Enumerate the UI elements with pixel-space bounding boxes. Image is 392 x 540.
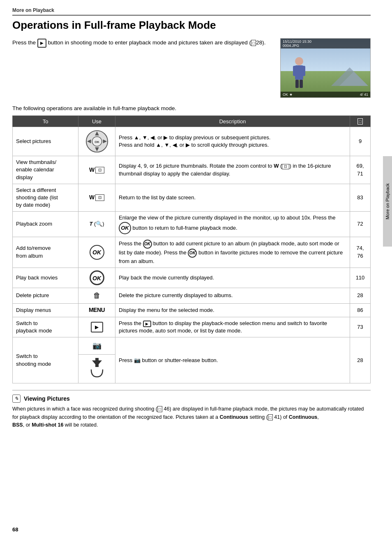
table-row: Display menus MENU Display the menu for … [13, 303, 371, 317]
row9-ref: 73 [350, 317, 371, 337]
play-inline-icon: ▶ [143, 321, 151, 327]
row8-desc: Display the menu for the selected mode. [115, 303, 350, 317]
table-row: Select pictures OK [13, 127, 371, 156]
row5-ref: 74, 76 [350, 237, 371, 268]
row3-desc: Return to the list by date screen. [115, 184, 350, 212]
row1-desc: Press ▲, ▼, ◀, or ▶ to display previous … [115, 127, 350, 156]
ok-inline3-icon: OK [188, 249, 197, 258]
row7-ref: 28 [350, 288, 371, 303]
table-row: Playback zoom T (🔍) Enlarge the view of … [13, 212, 371, 237]
row3-to: Select a differentshooting date (listby … [13, 184, 78, 212]
row2-ref: 69, 71 [350, 156, 371, 184]
row2-desc: Display 4, 9, or 16 picture thumbnails. … [115, 156, 350, 184]
preview-info-bar: 15/11/2010 15:30 0004.JPG [281, 39, 370, 48]
intro-text3: ). [262, 39, 265, 46]
nav-circle-icon: OK [85, 129, 109, 153]
row10-desc: Press 📷 button or shutter-release button… [115, 337, 350, 383]
row4-to: Playback zoom [13, 212, 78, 237]
row5-use: OK [78, 237, 115, 268]
intro-ref-box: □ [251, 40, 256, 46]
svg-point-2 [295, 57, 303, 65]
section-header: More on Playback [12, 7, 371, 16]
row6-desc: Play back the movie currently displayed. [115, 268, 350, 288]
row1-use: OK [78, 127, 115, 156]
row9-use: ▶ [78, 317, 115, 337]
note-header: ✎ Viewing Pictures [12, 395, 371, 403]
row3-ref: 83 [350, 184, 371, 212]
row6-use: OK [78, 268, 115, 288]
row5-desc: Press the OK button to add current pictu… [115, 237, 350, 268]
th-to: To [13, 116, 78, 127]
row8-ref: 86 [350, 303, 371, 317]
shutter-btn-icon-cell [78, 355, 115, 383]
w-zoom-icon: W ⊡ [89, 166, 104, 174]
note-ref1: □ [157, 406, 162, 412]
menu-icon: MENU [89, 307, 105, 313]
preview-bottom-bar: OK ★ 4/ 41 [281, 92, 370, 97]
side-tab: More on Playback [383, 156, 392, 247]
intro-text1: Press the [12, 39, 36, 46]
svg-rect-16 [95, 358, 99, 367]
row10-to: Switch toshooting mode [13, 337, 78, 383]
row6-to: Play back movies [13, 268, 78, 288]
table-row: Add to/removefrom album OK Press the OK … [13, 237, 371, 268]
note-body: When pictures in which a face was recogn… [12, 405, 371, 429]
camera-btn-icon-cell: 📷 [78, 337, 115, 355]
subtitle-text: The following operations are available i… [12, 105, 371, 111]
row4-desc: Enlarge the view of the picture currentl… [115, 212, 350, 237]
note-ref2: □ [268, 414, 273, 420]
note-title: Viewing Pictures [24, 395, 70, 402]
row3-use: W ⊡ [78, 184, 115, 212]
row1-to: Select pictures [13, 127, 78, 156]
note-section: ✎ Viewing Pictures When pictures in whic… [12, 390, 371, 429]
svg-text:OK: OK [95, 140, 99, 144]
camera-inline-icon: 📷 [134, 357, 141, 363]
table-row: View thumbnails/enable calendardisplay W… [13, 156, 371, 184]
row4-ref: 72 [350, 212, 371, 237]
svg-rect-4 [293, 66, 297, 76]
w-date-icon: W ⊡ [89, 194, 104, 202]
row4-use: T (🔍) [78, 212, 115, 237]
row2-to: View thumbnails/enable calendardisplay [13, 156, 78, 184]
table-row: Switch toplayback mode ▶ Press the ▶ but… [13, 317, 371, 337]
intro-ref-num: 28 [256, 39, 262, 46]
note-icon: ✎ [12, 395, 21, 403]
svg-rect-6 [295, 80, 299, 88]
playback-btn-icon: ▶ [91, 322, 103, 332]
row7-desc: Delete the picture currently displayed t… [115, 288, 350, 303]
table-row: Play back movies OK Play back the movie … [13, 268, 371, 288]
preview-mountain-svg [331, 65, 368, 86]
row8-to: Display menus [13, 303, 78, 317]
trash-icon: 🗑 [93, 291, 101, 300]
ok-movie-icon: OK [90, 270, 104, 285]
row10-use: 📷 [78, 337, 115, 383]
row6-ref: 110 [350, 268, 371, 288]
row9-to: Switch toplayback mode [13, 317, 78, 337]
svg-rect-7 [300, 80, 303, 88]
ok-inline2-icon: OK [143, 240, 152, 249]
page-title: Operations in Full-frame Playback Mode [12, 19, 371, 32]
row5-to: Add to/removefrom album [13, 237, 78, 268]
preview-person-svg [289, 56, 309, 89]
camera-icon: 📷 [92, 342, 101, 350]
th-ref: □ [350, 116, 371, 127]
intro-text: Press the ▶ button in shooting mode to e… [12, 38, 272, 48]
row7-to: Delete picture [13, 288, 78, 303]
svg-rect-5 [301, 66, 305, 76]
page-number: 68 [12, 526, 18, 533]
play-button-icon: ▶ [37, 39, 46, 48]
row9-desc: Press the ▶ button to display the playba… [115, 317, 350, 337]
row7-use: 🗑 [78, 288, 115, 303]
row1-ref: 9 [350, 127, 371, 156]
table-row: Switch toshooting mode 📷 [13, 337, 371, 383]
intro-section: Press the ▶ button in shooting mode to e… [12, 38, 371, 98]
row10-ref: 28 [350, 337, 371, 383]
side-tab-label: More on Playback [385, 183, 390, 219]
shutter-icon-svg [90, 358, 104, 378]
table-row: Delete picture 🗑 Delete the picture curr… [13, 288, 371, 303]
th-use: Use [78, 116, 115, 127]
th-desc: Description [115, 116, 350, 127]
row2-use: W ⊡ [78, 156, 115, 184]
intro-text2: button in shooting mode to enter playbac… [48, 39, 251, 46]
t-zoom-icon: T (🔍) [89, 221, 104, 227]
